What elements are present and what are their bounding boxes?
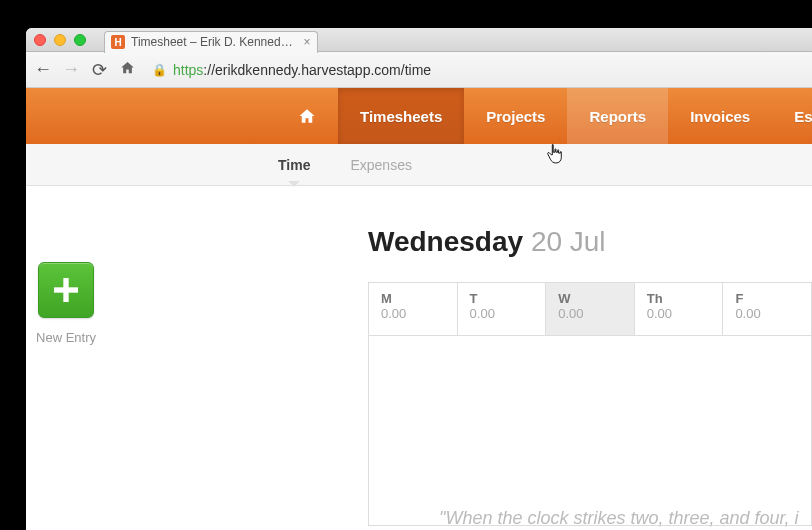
- day-heading: Wednesday 20 Jul: [368, 226, 812, 258]
- week-day-abbr: T: [470, 291, 534, 306]
- home-icon: [120, 60, 135, 75]
- week-day-value: 0.00: [735, 306, 799, 321]
- week-day-tue[interactable]: T 0.00: [458, 283, 547, 335]
- main-nav: Timesheets Projects Reports Invoices Est…: [26, 88, 812, 144]
- window-minimize-button[interactable]: [54, 34, 66, 46]
- week-day-value: 0.00: [381, 306, 445, 321]
- home-button[interactable]: [118, 59, 136, 80]
- lock-icon: 🔒: [152, 63, 167, 77]
- url-path: ://erikdkennedy.harvestapp.com/time: [203, 62, 431, 78]
- week-day-wed[interactable]: W 0.00: [546, 283, 635, 335]
- week-day-value: 0.00: [558, 306, 622, 321]
- week-day-abbr: Th: [647, 291, 711, 306]
- nav-projects[interactable]: Projects: [464, 88, 567, 144]
- subnav-time[interactable]: Time: [278, 157, 310, 173]
- back-button[interactable]: ←: [34, 59, 52, 80]
- week-day-fri[interactable]: F 0.00: [723, 283, 811, 335]
- week-day-value: 0.00: [470, 306, 534, 321]
- address-bar[interactable]: 🔒 https://erikdkennedy.harvestapp.com/ti…: [146, 62, 804, 78]
- browser-tab[interactable]: H Timesheet – Erik D. Kenned… ×: [104, 31, 318, 53]
- new-entry-label: New Entry: [36, 330, 96, 345]
- browser-toolbar: ← → ⟳ 🔒 https://erikdkennedy.harvestapp.…: [26, 52, 812, 88]
- nav-estimates[interactable]: Estimates: [772, 88, 812, 144]
- house-icon: [298, 107, 316, 125]
- week-day-thu[interactable]: Th 0.00: [635, 283, 724, 335]
- day-name: Wednesday: [368, 226, 523, 257]
- day-date: 20 Jul: [531, 226, 606, 257]
- week-selector: M 0.00 T 0.00 W 0.00 Th 0.00 F 0.00: [368, 282, 812, 336]
- new-entry-group: New Entry: [26, 262, 106, 345]
- tab-favicon: H: [111, 35, 125, 49]
- window-traffic-lights: [34, 34, 86, 46]
- nav-timesheets[interactable]: Timesheets: [338, 88, 464, 144]
- forward-button[interactable]: →: [62, 59, 80, 80]
- window-titlebar: H Timesheet – Erik D. Kenned… ×: [26, 28, 812, 52]
- svg-rect-1: [54, 287, 78, 292]
- window-zoom-button[interactable]: [74, 34, 86, 46]
- sub-nav: Time Expenses: [26, 144, 812, 186]
- week-day-abbr: W: [558, 291, 622, 306]
- week-day-abbr: M: [381, 291, 445, 306]
- tab-title: Timesheet – Erik D. Kenned…: [131, 35, 293, 49]
- nav-invoices[interactable]: Invoices: [668, 88, 772, 144]
- url-protocol: https: [173, 62, 203, 78]
- subnav-expenses[interactable]: Expenses: [350, 157, 411, 173]
- page-content: Wednesday 20 Jul New Entry M 0.00 T 0.00: [26, 186, 812, 526]
- tab-close-icon[interactable]: ×: [304, 35, 311, 49]
- timesheet-entries-area: "When the clock strikes two, three, and …: [368, 336, 812, 526]
- week-day-mon[interactable]: M 0.00: [369, 283, 458, 335]
- nav-home[interactable]: [276, 88, 338, 144]
- new-entry-button[interactable]: [38, 262, 94, 318]
- window-close-button[interactable]: [34, 34, 46, 46]
- week-day-abbr: F: [735, 291, 799, 306]
- plus-icon: [50, 274, 82, 306]
- reload-button[interactable]: ⟳: [90, 59, 108, 81]
- nav-reports[interactable]: Reports: [567, 88, 668, 144]
- browser-window: H Timesheet – Erik D. Kenned… × ← → ⟳ 🔒 …: [26, 28, 812, 530]
- week-day-value: 0.00: [647, 306, 711, 321]
- empty-state-quote: "When the clock strikes two, three, and …: [439, 508, 799, 529]
